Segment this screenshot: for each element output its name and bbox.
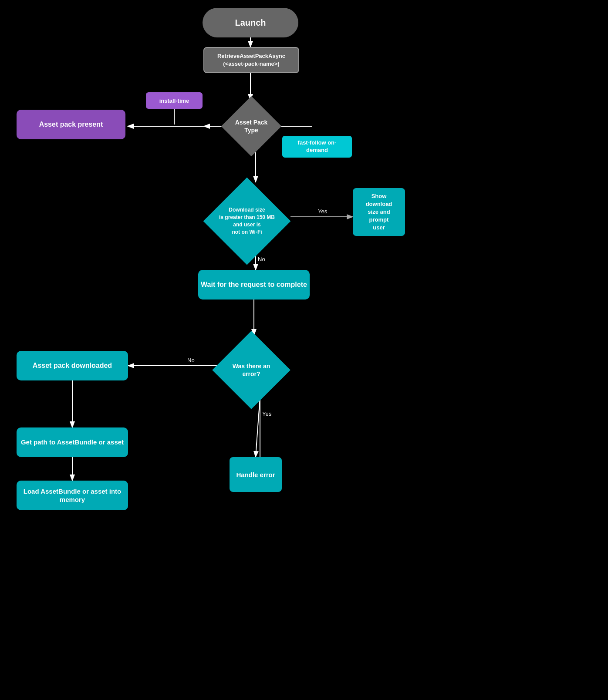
was-error-diamond: Was there anerror? [212, 331, 290, 409]
asset-pack-type-diamond: Asset PackType [221, 96, 282, 157]
load-asset-node: Load AssetBundle or asset into memory [17, 481, 128, 510]
install-time-label: install-time [146, 92, 203, 109]
handle-error-node: Handle error [230, 457, 282, 492]
retrieve-label: RetrieveAssetPackAsync(<asset-pack-name>… [217, 52, 285, 68]
connector-lines: No Yes No Yes [0, 0, 608, 700]
launch-node: Launch [203, 8, 298, 37]
wait-request-node: Wait for the request to complete [198, 270, 310, 300]
asset-pack-downloaded-node: Asset pack downloaded [17, 351, 128, 380]
flowchart: No Yes No Yes Launch RetrieveAssetPackAs… [0, 0, 608, 700]
show-download-label: Showdownloadsize andpromptuser [366, 192, 392, 232]
svg-text:No: No [187, 357, 195, 363]
svg-text:Yes: Yes [262, 411, 272, 417]
get-path-node: Get path to AssetBundle or asset [17, 427, 128, 457]
svg-text:Yes: Yes [318, 208, 328, 215]
download-size-diamond: Download sizeis greater than 150 MBand u… [203, 178, 290, 265]
download-size-text: Download sizeis greater than 150 MBand u… [219, 207, 275, 235]
fast-follow-label: fast-follow on-demand [282, 136, 352, 158]
show-download-node: Showdownloadsize andpromptuser [353, 188, 405, 236]
was-error-text: Was there anerror? [233, 363, 270, 377]
asset-pack-type-text: Asset PackType [235, 119, 268, 134]
asset-pack-present-node: Asset pack present [17, 110, 125, 139]
retrieve-node: RetrieveAssetPackAsync(<asset-pack-name>… [203, 47, 299, 73]
